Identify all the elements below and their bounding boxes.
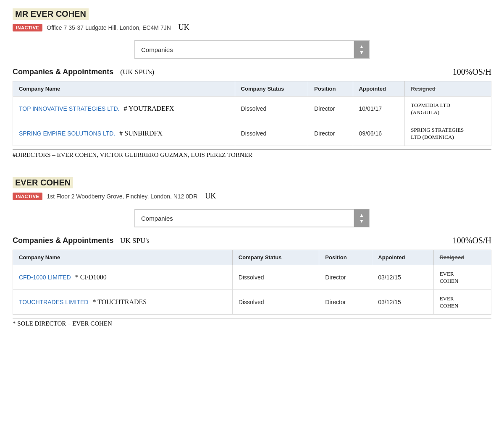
address-1: Office 7 35-37 Ludgate Hill, London, EC4… xyxy=(47,24,171,31)
right-annotation-2: 100%OS/H xyxy=(453,236,491,245)
resigned-cell: EVER COHEN xyxy=(433,290,491,315)
country-annotation-1: UK xyxy=(178,23,189,32)
position-cell: Director xyxy=(319,290,372,315)
dropdown-arrow-2[interactable]: ▲ ▼ xyxy=(354,209,369,227)
col-company-status-1: Company Status xyxy=(235,81,308,96)
col-resigned-2: Resigned xyxy=(433,250,491,265)
status-cell: Dissolved xyxy=(235,96,308,121)
col-company-name-2: Company Name xyxy=(13,250,233,265)
resigned-cell: SPRING STRATEGIES LTD (DOMINICA) xyxy=(405,121,491,146)
person-name-2: EVER COHEN xyxy=(13,177,73,188)
position-cell: Director xyxy=(319,265,372,290)
col-position-2: Position xyxy=(319,250,372,265)
bottom-annotation-2: * SOLE DIRECTOR – EVER COHEN xyxy=(13,318,491,329)
title-annotation-1: (UK SPU's) xyxy=(120,68,154,76)
section-header-2: Companies & Appointments UK SPU's 100%OS… xyxy=(13,236,491,245)
status-cell: Dissolved xyxy=(235,121,308,146)
resigned-annotation: TOPMEDIA LTD (ANGUILA) xyxy=(411,102,450,115)
dropdown-arrow-1[interactable]: ▲ ▼ xyxy=(354,41,369,58)
resigned-annotation: EVER COHEN xyxy=(440,271,459,284)
title-annotation-2: UK SPU's xyxy=(120,237,150,245)
section-title-2: Companies & Appointments xyxy=(13,236,113,245)
section-header-1: Companies & Appointments (UK SPU's) 100%… xyxy=(13,67,491,77)
bottom-annotation-1: #DIRECTORS – EVER COHEN, VICTOR GUERRERO… xyxy=(13,149,491,160)
col-company-name-1: Company Name xyxy=(13,81,235,96)
status-badge-2: INACTIVE xyxy=(13,193,42,200)
person-meta-2: INACTIVE 1st Floor 2 Woodberry Grove, Fi… xyxy=(13,192,491,201)
company-name-cell: CFD-1000 LIMITED * CFD1000 xyxy=(13,265,233,290)
company-link[interactable]: CFD-1000 LIMITED xyxy=(19,274,71,281)
country-annotation-2: UK xyxy=(205,192,216,201)
section-title-1: Companies & Appointments xyxy=(13,68,113,76)
col-resigned-1: Resigned xyxy=(405,81,491,96)
dropdown-select-2[interactable]: Companies xyxy=(135,209,354,227)
right-annotation-1: 100%OS/H xyxy=(453,67,491,77)
address-2: 1st Floor 2 Woodberry Grove, Finchley, L… xyxy=(47,193,197,200)
resigned-cell: TOPMEDIA LTD (ANGUILA) xyxy=(405,96,491,121)
appointed-cell: 03/12/15 xyxy=(372,265,433,290)
dropdown-label-1: Companies xyxy=(141,46,173,53)
status-cell: Dissolved xyxy=(232,290,319,315)
appointed-cell: 03/12/15 xyxy=(372,290,433,315)
person-meta-1: INACTIVE Office 7 35-37 Ludgate Hill, Lo… xyxy=(13,23,491,32)
table-row: SPRING EMPIRE SOLUTIONS LTD. # SUNBIRDFX… xyxy=(13,121,491,146)
company-link[interactable]: TOUCHTRADES LIMITED xyxy=(19,299,88,305)
col-appointed-1: Appointed xyxy=(353,81,405,96)
dropdown-wrapper-1: Companies ▲ ▼ xyxy=(13,40,491,59)
col-position-1: Position xyxy=(308,81,353,96)
status-cell: Dissolved xyxy=(232,265,319,290)
row-annotation: # YOUTRADEFX xyxy=(122,105,174,112)
dropdown-label-2: Companies xyxy=(141,215,173,222)
companies-table-1: Company Name Company Status Position App… xyxy=(13,81,491,146)
position-cell: Director xyxy=(308,96,353,121)
person-section-1: MR EVER COHEN INACTIVE Office 7 35-37 Lu… xyxy=(13,8,491,160)
table-row: TOUCHTRADES LIMITED * TOUCHTRADESDissolv… xyxy=(13,290,491,315)
company-name-cell: TOUCHTRADES LIMITED * TOUCHTRADES xyxy=(13,290,233,315)
resigned-annotation: SPRING STRATEGIES LTD (DOMINICA) xyxy=(411,127,464,140)
status-badge-1: INACTIVE xyxy=(13,24,42,31)
dropdown-select-1[interactable]: Companies xyxy=(135,41,354,58)
resigned-cell: EVER COHEN xyxy=(433,265,491,290)
position-cell: Director xyxy=(308,121,353,146)
table-row: CFD-1000 LIMITED * CFD1000DissolvedDirec… xyxy=(13,265,491,290)
company-name-cell: SPRING EMPIRE SOLUTIONS LTD. # SUNBIRDFX xyxy=(13,121,235,146)
col-appointed-2: Appointed xyxy=(372,250,433,265)
resigned-annotation: EVER COHEN xyxy=(440,295,459,309)
person-section-2: EVER COHEN INACTIVE 1st Floor 2 Woodberr… xyxy=(13,177,491,329)
company-link[interactable]: SPRING EMPIRE SOLUTIONS LTD. xyxy=(19,130,115,137)
dropdown-container-2[interactable]: Companies ▲ ▼ xyxy=(134,209,370,227)
company-name-cell: TOP INNOVATIVE STRATEGIES LTD. # YOUTRAD… xyxy=(13,96,235,121)
table-header-row-1: Company Name Company Status Position App… xyxy=(13,81,491,96)
row-annotation: * TOUCHTRADES xyxy=(91,298,147,305)
companies-table-2: Company Name Company Status Position App… xyxy=(13,250,491,315)
row-annotation: * CFD1000 xyxy=(74,274,107,281)
row-annotation: # SUNBIRDFX xyxy=(118,130,163,137)
appointed-cell: 09/06/16 xyxy=(353,121,405,146)
table-row: TOP INNOVATIVE STRATEGIES LTD. # YOUTRAD… xyxy=(13,96,491,121)
col-company-status-2: Company Status xyxy=(232,250,319,265)
table-header-row-2: Company Name Company Status Position App… xyxy=(13,250,491,265)
appointed-cell: 10/01/17 xyxy=(353,96,405,121)
company-link[interactable]: TOP INNOVATIVE STRATEGIES LTD. xyxy=(19,105,120,112)
dropdown-wrapper-2: Companies ▲ ▼ xyxy=(13,209,491,227)
dropdown-container-1[interactable]: Companies ▲ ▼ xyxy=(134,40,370,59)
person-name-1: MR EVER COHEN xyxy=(13,8,89,20)
